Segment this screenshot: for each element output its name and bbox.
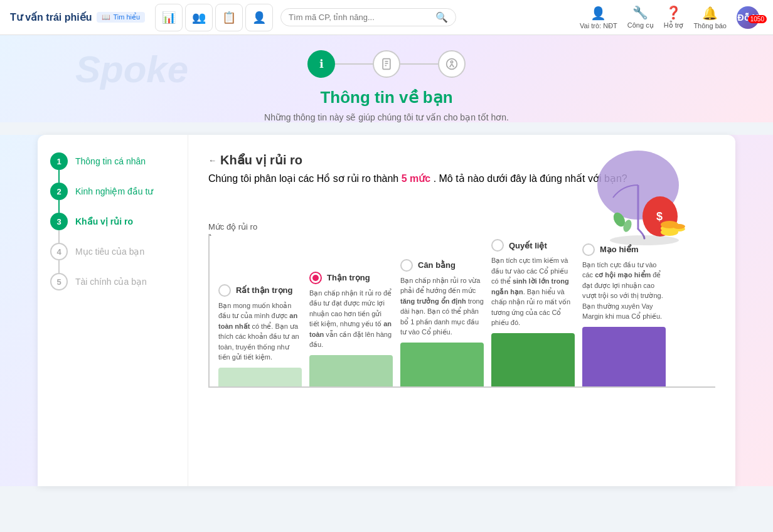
hero-subtitle: Những thông tin này sẽ giúp chúng tôi tư… xyxy=(0,112,773,122)
step-5-label: Tài chính của bạn xyxy=(75,277,147,287)
sidebar-steps: 1 Thông tin cá nhân 2 Kinh nghiệm đầu tư… xyxy=(38,135,188,486)
risk-option-rat-than-trong[interactable]: Rất thận trọng Bạn mong muốn khoản đầu t… xyxy=(215,284,306,386)
connector-3 xyxy=(58,230,60,243)
connector-4 xyxy=(58,260,60,273)
users-icon-btn[interactable]: 👥 xyxy=(185,4,213,31)
step-3-label: Khẩu vị rủi ro xyxy=(75,216,133,226)
step-1-label: Thông tin cá nhân xyxy=(75,156,146,166)
step-2-num: 2 xyxy=(50,183,68,200)
step-1-circle: ℹ xyxy=(307,50,335,78)
section-title: Khẩu vị rủi ro xyxy=(220,152,302,168)
sidebar-step-4: 4 Mục tiêu của bạn xyxy=(50,243,175,260)
sidebar-step-2: 2 Kinh nghiệm đầu tư xyxy=(50,183,175,200)
risk-bar-mao-hiem xyxy=(582,327,666,386)
svg-point-17 xyxy=(673,224,685,229)
highlight-text: 5 mức xyxy=(402,173,430,184)
risk-desc-than-trong: Bạn chấp nhận ít rủi ro để đầu tư đạt đư… xyxy=(309,288,393,350)
ho-tro-icon: ❓ xyxy=(666,5,681,20)
ho-tro-item[interactable]: ❓ Hỗ trợ xyxy=(664,5,684,29)
risk-desc-quyet-liet: Bạn tích cực tìm kiếm và đầu tư vào các … xyxy=(491,255,575,328)
logo-text: Tư vấn trái phiếu xyxy=(10,11,92,23)
svg-text:$: $ xyxy=(656,210,663,223)
sidebar-step-3: 3 Khẩu vị rủi ro xyxy=(50,213,175,230)
risk-name-quyet-liet: Quyết liệt xyxy=(509,241,547,250)
risk-bar-than-trong xyxy=(309,355,393,386)
progress-steps: ℹ xyxy=(0,50,773,78)
step-4-label: Mục tiêu của bạn xyxy=(75,247,144,257)
header-icon-group: 📊 👥 📋 👤 xyxy=(155,4,273,31)
risk-option-mao-hiem[interactable]: Mạo hiểm Bạn tích cực đầu tư vào các cơ … xyxy=(578,243,669,386)
risk-name-than-trong: Thận trọng xyxy=(327,273,370,282)
cong-cu-label: Công cụ xyxy=(627,21,654,29)
cong-cu-icon: 🔧 xyxy=(632,5,648,20)
radio-can-bang[interactable] xyxy=(400,259,413,272)
search-icon: 🔍 xyxy=(435,11,448,23)
main-content: 1 Thông tin cá nhân 2 Kinh nghiệm đầu tư… xyxy=(38,135,735,486)
logo: Tư vấn trái phiếu 📖 Tim hiểu xyxy=(10,11,145,23)
tim-hieu-badge[interactable]: 📖 Tim hiểu xyxy=(97,12,145,23)
header-right: 👤 Vai trò: NĐT 🔧 Công cụ ❓ Hỗ trợ 🔔 Thôn… xyxy=(580,5,763,29)
user-menu[interactable]: Đỗ N 1050 xyxy=(737,6,763,29)
step-4-num: 4 xyxy=(50,243,68,260)
svg-line-7 xyxy=(450,64,452,67)
step-line-1 xyxy=(335,63,373,65)
vai-tro-icon: 👤 xyxy=(590,6,606,21)
content-area: ← Khẩu vị rủi ro Chúng tôi phân loại các… xyxy=(188,135,735,486)
person-add-icon-btn[interactable]: 👤 xyxy=(245,4,273,31)
document-icon-btn[interactable]: 📋 xyxy=(215,4,243,31)
radio-than-trong[interactable] xyxy=(309,272,322,284)
ho-tro-label: Hỗ trợ xyxy=(664,21,684,29)
risk-bar-rat-than-trong xyxy=(218,368,302,386)
risk-desc-rat-than-trong: Bạn mong muốn khoản đầu tư của mình được… xyxy=(218,301,302,363)
step-line-2 xyxy=(400,63,438,65)
connector-2 xyxy=(58,200,60,213)
risk-option-can-bang[interactable]: Cân bằng Bạn chấp nhận rủi ro vừa phải đ… xyxy=(397,259,488,386)
risk-name-mao-hiem: Mạo hiểm xyxy=(600,245,639,254)
risk-desc-can-bang: Bạn chấp nhận rủi ro vừa phải để hướng đ… xyxy=(400,275,484,338)
sidebar-step-5: 5 Tài chính của bạn xyxy=(50,273,175,290)
search-bar[interactable]: 🔍 xyxy=(280,8,456,26)
svg-point-5 xyxy=(450,61,452,63)
sidebar-step-1: 1 Thông tin cá nhân xyxy=(50,152,175,170)
bell-icon: 🔔 xyxy=(702,6,718,21)
hero-title: Thông tin về bạn xyxy=(0,88,773,107)
step-2-label: Kinh nghiệm đầu tư xyxy=(75,186,153,196)
vai-tro-item[interactable]: 👤 Vai trò: NĐT xyxy=(580,6,617,29)
risk-bar-quyet-liet xyxy=(491,333,575,386)
thong-bao-item[interactable]: 🔔 Thông báo xyxy=(693,6,727,29)
back-arrow-icon: ← xyxy=(208,156,216,165)
book-icon: 📖 xyxy=(102,13,110,21)
balance-badge: 1050 xyxy=(748,15,767,23)
risk-option-quyet-liet[interactable]: Quyết liệt Bạn tích cực tìm kiếm và đầu … xyxy=(488,239,578,386)
connector-1 xyxy=(58,170,60,183)
risk-bar-can-bang xyxy=(400,343,484,386)
chart-icon-btn[interactable]: 📊 xyxy=(155,4,183,31)
illustration: $ xyxy=(572,147,698,248)
step-3-num: 3 xyxy=(50,213,68,230)
risk-name-rat-than-trong: Rất thận trọng xyxy=(236,285,292,295)
radio-rat-than-trong[interactable] xyxy=(218,284,231,297)
risk-desc-mao-hiem: Bạn tích cực đầu tư vào các cơ hội mạo h… xyxy=(582,260,666,322)
search-input[interactable] xyxy=(289,13,435,22)
step-3-circle xyxy=(438,50,466,78)
risk-option-than-trong[interactable]: Thận trọng Bạn chấp nhận ít rủi ro để đầ… xyxy=(306,272,397,386)
vai-tro-label: Vai trò: NĐT xyxy=(580,22,617,29)
radio-inner-than-trong xyxy=(312,275,319,281)
radio-mao-hiem[interactable] xyxy=(582,243,595,256)
header: Tư vấn trái phiếu 📖 Tim hiểu 📊 👥 📋 👤 🔍 👤… xyxy=(0,0,773,35)
radio-quyet-liet[interactable] xyxy=(491,239,504,252)
step-2-circle xyxy=(373,50,400,78)
risk-name-can-bang: Cân bằng xyxy=(418,260,456,270)
desc-text: Chúng tôi phân loại các Hồ sơ rủi ro thà… xyxy=(208,173,398,184)
axis-arrow-icon: ▲ xyxy=(208,234,213,237)
cong-cu-item[interactable]: 🔧 Công cụ xyxy=(627,5,654,29)
step-5-num: 5 xyxy=(50,273,68,290)
thong-bao-label: Thông báo xyxy=(693,22,727,29)
hero-area: ℹ Thông tin về bạn Những thông tin này s… xyxy=(0,35,773,122)
step-1-num: 1 xyxy=(50,152,68,170)
